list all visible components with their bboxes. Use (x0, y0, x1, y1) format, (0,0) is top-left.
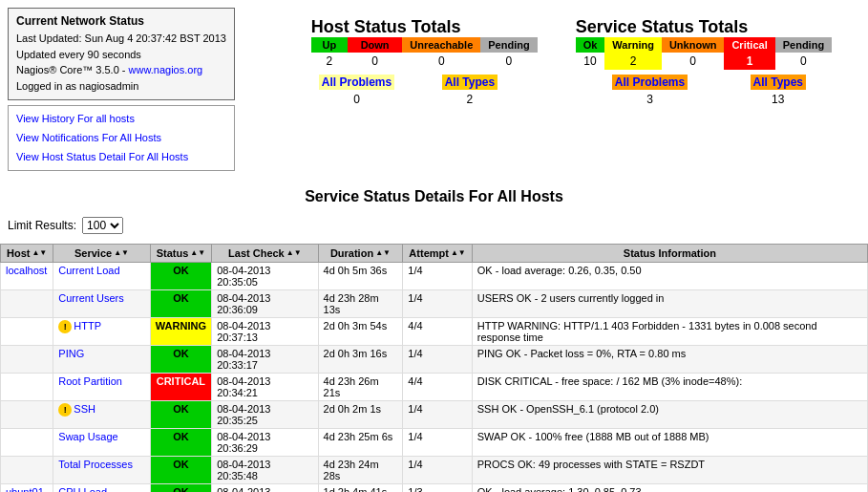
limit-label: Limit Results: (8, 219, 76, 232)
val-down: 0 (348, 53, 402, 70)
status-sort-icon[interactable]: ▲▼ (190, 249, 205, 257)
th-lastcheck: Last Check ▲▼ (212, 245, 318, 263)
service-link[interactable]: Swap Usage (58, 431, 117, 442)
service-link[interactable]: PING (58, 348, 84, 359)
all-types-host-link[interactable]: All Types (442, 75, 498, 90)
lastcheck-sort-icon[interactable]: ▲▼ (286, 249, 302, 257)
host-cell (1, 346, 53, 374)
lastcheck-cell: 08-04-2013 20:34:21 (212, 374, 318, 401)
service-cell: PING (53, 346, 150, 374)
service-status-title: Service Status Totals (576, 17, 832, 37)
th-host: Host ▲▼ (1, 245, 53, 263)
lastcheck-cell: 08-04-2013 20:36:09 (212, 290, 318, 318)
status-cell: CRITICAL (150, 374, 211, 401)
table-row: PINGOK08-04-2013 20:33:172d 0h 3m 16s1/4… (1, 346, 868, 374)
attempt-cell: 1/4 (403, 346, 472, 374)
status-cell: OK (150, 263, 211, 290)
th-unreachable: Unreachable (402, 37, 480, 53)
info-cell: SWAP OK - 100% free (1888 MB out of 1888… (472, 429, 867, 457)
limit-select[interactable]: 100 25 50 200 (82, 217, 123, 234)
service-link[interactable]: Current Load (58, 265, 119, 276)
service-link[interactable]: Total Processes (58, 459, 133, 470)
th-attempt: Attempt ▲▼ (403, 245, 472, 263)
service-cell: Total Processes (53, 457, 150, 484)
host-link[interactable]: ubunt01 (6, 486, 44, 492)
th-warning: Warning (604, 37, 662, 53)
page-title: Service Status Details For All Hosts (0, 188, 868, 205)
val-up: 2 (311, 53, 348, 70)
all-problems-svc-link[interactable]: All Problems (612, 75, 688, 90)
service-link[interactable]: HTTP (74, 320, 101, 332)
val-ok: 10 (576, 53, 605, 70)
view-history-link[interactable]: View History For all hosts (16, 110, 226, 129)
all-problems-host-link[interactable]: All Problems (319, 75, 394, 90)
view-notifications-link[interactable]: View Notifications For All Hosts (16, 129, 226, 148)
table-row: Current UsersOK08-04-2013 20:36:094d 23h… (1, 290, 868, 318)
logged-in: Logged in as nagiosadmin (16, 78, 226, 95)
host-status-table: Up Down Unreachable Pending 2 0 0 0 All … (311, 37, 538, 108)
info-cell: PING OK - Packet loss = 0%, RTA = 0.80 m… (472, 346, 867, 374)
status-cell: WARNING (150, 318, 211, 346)
th-critical: Critical (724, 37, 774, 53)
attempt-cell: 4/4 (403, 318, 472, 346)
status-cell: OK (150, 401, 211, 429)
host-link[interactable]: localhost (6, 265, 47, 276)
nagios-version: Nagios® Core™ 3.5.0 - www.nagios.org (16, 62, 226, 78)
attempt-cell: 1/4 (403, 290, 472, 318)
th-ok: Ok (576, 37, 605, 53)
val-warning: 2 (604, 53, 662, 70)
table-row: !HTTPWARNING08-04-2013 20:37:132d 0h 3m … (1, 318, 868, 346)
service-link[interactable]: CPU Load (58, 486, 107, 492)
attempt-cell: 1/4 (403, 457, 472, 484)
duration-sort-icon[interactable]: ▲▼ (375, 249, 391, 257)
service-cell: Current Users (53, 290, 150, 318)
info-cell: HTTP WARNING: HTTP/1.1 403 Forbidden - 1… (472, 318, 867, 346)
status-cell: OK (150, 429, 211, 457)
nagios-link[interactable]: www.nagios.org (129, 64, 203, 75)
host-sort-icon[interactable]: ▲▼ (32, 249, 47, 257)
service-link[interactable]: SSH (74, 403, 95, 415)
table-row: !SSHOK08-04-2013 20:35:252d 0h 2m 1s1/4S… (1, 401, 868, 429)
th-status: Status ▲▼ (150, 245, 211, 263)
attempt-cell: 4/4 (403, 374, 472, 401)
duration-cell: 2d 0h 3m 16s (318, 346, 403, 374)
duration-cell: 4d 0h 5m 36s (318, 263, 403, 290)
service-sort-icon[interactable]: ▲▼ (114, 249, 129, 257)
host-cell (1, 290, 53, 318)
host-cell (1, 401, 53, 429)
table-row: ubunt01CPU LoadOK08-04-2013 20:31:411d 2… (1, 484, 868, 492)
all-types-svc-link[interactable]: All Types (751, 75, 806, 90)
table-row: Root PartitionCRITICAL08-04-2013 20:34:2… (1, 374, 868, 401)
info-cell: PROCS OK: 49 processes with STATE = RSZD… (472, 457, 867, 484)
service-status-table: Ok Warning Unknown Critical Pending 10 2… (576, 37, 832, 108)
host-cell: localhost (1, 263, 53, 290)
info-cell: OK - load average: 1.30, 0.85, 0.73 (472, 484, 867, 492)
host-cell (1, 318, 53, 346)
status-cell: OK (150, 457, 211, 484)
all-types-host-val: 2 (402, 91, 537, 108)
duration-cell: 4d 23h 25m 6s (318, 429, 403, 457)
host-cell (1, 429, 53, 457)
host-cell (1, 457, 53, 484)
last-updated: Last Updated: Sun Aug 4 20:37:42 BST 201… (16, 31, 226, 47)
duration-cell: 2d 0h 2m 1s (318, 401, 403, 429)
table-row: Swap UsageOK08-04-2013 20:36:294d 23h 25… (1, 429, 868, 457)
service-link[interactable]: Current Users (58, 292, 123, 304)
view-host-status-link[interactable]: View Host Status Detail For All Hosts (16, 148, 226, 167)
th-info: Status Information (472, 245, 867, 263)
lastcheck-cell: 08-04-2013 20:37:13 (212, 318, 318, 346)
th-pending-svc: Pending (775, 37, 832, 53)
warning-icon: ! (58, 320, 72, 333)
host-cell (1, 374, 53, 401)
val-pending-svc: 0 (775, 53, 832, 70)
attempt-sort-icon[interactable]: ▲▼ (451, 249, 466, 257)
lastcheck-cell: 08-04-2013 20:31:41 (212, 484, 318, 492)
val-unreachable: 0 (402, 53, 480, 70)
service-cell: Root Partition (53, 374, 150, 401)
status-cell: OK (150, 290, 211, 318)
attempt-cell: 1/3 (403, 484, 472, 492)
th-service: Service ▲▼ (53, 245, 150, 263)
service-link[interactable]: Root Partition (58, 375, 122, 387)
info-cell: USERS OK - 2 users currently logged in (472, 290, 867, 318)
status-cell: OK (150, 484, 211, 492)
